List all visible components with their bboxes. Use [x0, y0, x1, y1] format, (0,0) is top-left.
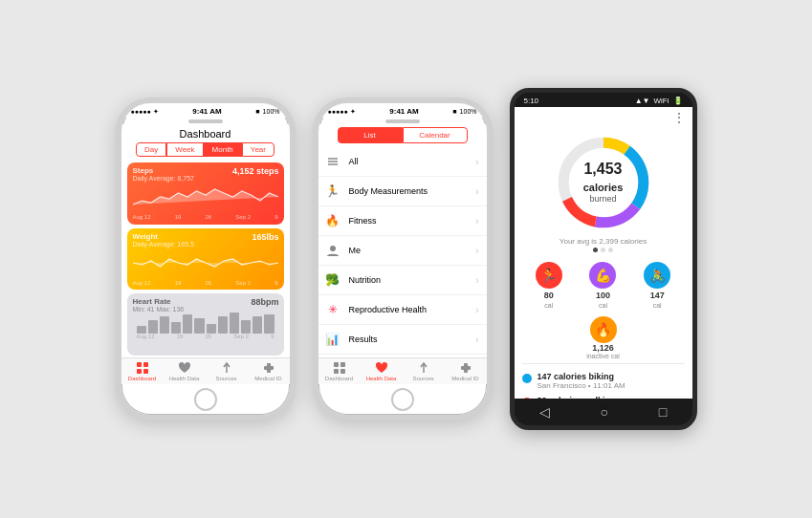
- svg-rect-13: [340, 369, 345, 374]
- iphone1-tab-bar: Dashboard Health Data Sources: [121, 357, 290, 384]
- svg-rect-0: [137, 362, 142, 367]
- calories-screen: ⋮: [515, 107, 692, 399]
- all-icon: [324, 153, 341, 170]
- tab-day[interactable]: Day: [136, 142, 166, 157]
- iphone1-status-bar: ●●●●● ✦ 9:41 AM ■ 100%: [121, 103, 290, 118]
- inactive-value: 1,126: [592, 343, 614, 353]
- dashboard-tabs[interactable]: Day Week Month Year: [121, 142, 290, 161]
- walking-info: 80 calories walking San Francisco • 9:12…: [538, 396, 622, 399]
- tab2-dashboard[interactable]: Dashboard: [318, 358, 361, 384]
- activity-walking[interactable]: 80 calories walking San Francisco • 9:12…: [522, 396, 685, 399]
- cal-stat-strength: 💪 100 cal: [589, 262, 616, 309]
- tab-year[interactable]: Year: [242, 142, 274, 157]
- hd-body-label: Body Measurements: [349, 186, 476, 196]
- iphone2-screen: List Calendar All › 🏃 Body: [318, 124, 487, 384]
- biking-detail: San Francisco • 11:01 AM: [538, 381, 625, 390]
- sources2-icon: [417, 361, 430, 375]
- hd-nutrition-chevron: ›: [475, 275, 478, 286]
- bike-stat-unit: cal: [653, 302, 662, 309]
- hd-item-me[interactable]: Me ›: [318, 236, 487, 266]
- iphone2-home-btn[interactable]: [391, 388, 414, 411]
- hd-tab-list[interactable]: List: [338, 127, 403, 143]
- hd-item-fitness[interactable]: 🔥 Fitness ›: [318, 206, 487, 236]
- tab-medical-id[interactable]: Medical ID: [248, 358, 290, 384]
- bike-stat-icon: 🚴: [644, 262, 670, 289]
- home-icon[interactable]: ○: [601, 404, 608, 420]
- iphone1-frame: ●●●●● ✦ 9:41 AM ■ 100% Dashboard Day Wee…: [116, 97, 296, 421]
- activity-biking[interactable]: 147 calories biking San Francisco • 11:0…: [522, 372, 685, 390]
- svg-rect-10: [334, 362, 339, 367]
- hd-item-nutrition[interactable]: 🥦 Nutrition ›: [318, 266, 487, 295]
- donut-avg-text: Your avg is 2,399 calories: [560, 237, 647, 246]
- tab-dashboard[interactable]: Dashboard: [121, 358, 164, 384]
- results-icon: 📊: [324, 331, 341, 348]
- heart-bars-container: [133, 313, 278, 334]
- hd-item-results[interactable]: 📊 Results ›: [318, 325, 487, 355]
- iphone2-frame: ●●●●● ✦ 9:41 AM ■ 100% List Calendar: [313, 97, 493, 421]
- svg-rect-11: [340, 362, 345, 367]
- dashboard2-icon: [333, 361, 346, 375]
- cal-stat-walk: 🏃 80 cal: [536, 262, 562, 309]
- hd-item-repro[interactable]: ✳ Reproductive Health ›: [318, 295, 487, 325]
- hd-fitness-chevron: ›: [475, 216, 478, 227]
- weight-subtitle: Daily Average: 165.5: [133, 241, 278, 248]
- iphone2-time: 9:41 AM: [389, 107, 418, 116]
- tab2-dashboard-label: Dashboard: [325, 376, 353, 381]
- dashboard-title: Dashboard: [121, 124, 290, 142]
- svg-rect-3: [143, 369, 148, 374]
- walk-stat-unit: cal: [544, 302, 553, 309]
- hd-fitness-label: Fitness: [349, 216, 476, 226]
- recents-icon[interactable]: □: [659, 404, 667, 420]
- svg-rect-15: [464, 363, 468, 373]
- heart-subtitle: Min: 41 Max: 136: [133, 306, 278, 313]
- steps-value: 4,152 steps: [232, 166, 279, 176]
- tab2-health-data[interactable]: Health Data: [361, 358, 403, 384]
- more-menu-icon[interactable]: ⋮: [673, 111, 685, 124]
- strength-stat-unit: cal: [599, 302, 607, 309]
- hd-tabs-container: List Calendar: [318, 124, 487, 147]
- tab-health-data[interactable]: Health Data: [164, 358, 206, 384]
- biking-dot: [522, 374, 532, 383]
- weight-chart: [133, 249, 278, 276]
- iphone1-battery: ■ 100%: [255, 108, 279, 115]
- iphone1-home-btn[interactable]: [194, 388, 217, 411]
- android-screen: ⋮: [515, 107, 692, 399]
- tab-sources[interactable]: Sources: [206, 358, 248, 384]
- tab-dashboard-label: Dashboard: [128, 376, 156, 381]
- back-icon[interactable]: ◁: [539, 404, 550, 420]
- strength-stat-value: 100: [596, 291, 610, 300]
- hd-nutrition-label: Nutrition: [349, 275, 476, 285]
- steps-dates: Aug 12 19 26 Sep 2 9: [133, 214, 278, 220]
- tab-week[interactable]: Week: [166, 142, 203, 157]
- steps-subtitle: Daily Average: 8,757: [133, 175, 278, 182]
- iphone2-battery: ■ 100%: [452, 108, 476, 115]
- hd-body-chevron: ›: [475, 186, 478, 197]
- iphone1-screen: Dashboard Day Week Month Year Steps Dail…: [121, 124, 290, 384]
- biking-name: 147 calories biking: [538, 372, 625, 381]
- biking-info: 147 calories biking San Francisco • 11:0…: [538, 372, 625, 390]
- repro-icon: ✳: [324, 301, 341, 318]
- iphone1-carrier: ●●●●● ✦: [131, 108, 159, 116]
- walking-name: 80 calories walking: [538, 396, 622, 399]
- donut-burned-label: burned: [583, 195, 624, 205]
- hd-results-label: Results: [349, 335, 476, 344]
- tab2-sources[interactable]: Sources: [403, 358, 445, 384]
- hd-all-chevron: ›: [475, 157, 478, 167]
- tab2-medical-id[interactable]: Medical ID: [445, 358, 487, 384]
- svg-rect-2: [137, 369, 142, 374]
- hd-repro-label: Reproductive Health: [349, 305, 476, 314]
- heart-card: Heart Rate Min: 41 Max: 136 88bpm: [127, 293, 284, 356]
- hd-item-all[interactable]: All ›: [318, 147, 487, 177]
- dashboard-screen: Dashboard Day Week Month Year Steps Dail…: [121, 124, 290, 384]
- hd-item-body[interactable]: 🏃 Body Measurements ›: [318, 177, 487, 206]
- cal-divider: [522, 363, 685, 364]
- svg-point-9: [330, 246, 336, 251]
- nutrition-icon: 🥦: [324, 271, 341, 289]
- hd-tab-calendar[interactable]: Calendar: [403, 127, 468, 143]
- iphone1-time: 9:41 AM: [192, 107, 221, 116]
- android-status-icons: ▲▼ WiFi 🔋: [635, 97, 683, 105]
- svg-rect-12: [334, 369, 339, 374]
- tab-month[interactable]: Month: [204, 142, 242, 157]
- health-icon: [178, 361, 191, 375]
- walk-stat-value: 80: [544, 291, 554, 300]
